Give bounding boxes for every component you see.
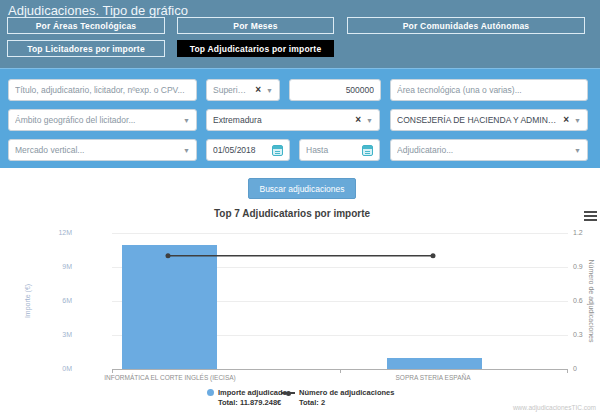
x-axis-tick [340, 369, 341, 373]
line-series[interactable] [112, 233, 568, 369]
chart-title: Top 7 Adjudicatarios por importe [112, 208, 472, 219]
legend-circle-swatch [207, 389, 214, 396]
amount-operator-select[interactable]: Superior a... × ▼ [206, 79, 280, 101]
legend-total: Total: 11.879.248€ [207, 398, 287, 407]
x-axis-tick [112, 369, 113, 373]
legend-line-swatch [281, 389, 295, 396]
amount-input-wrap [289, 79, 381, 101]
page-title: Adjudicaciones. Tipo de gráfico [8, 3, 188, 18]
awardee-select[interactable]: Adjudicatario... ▼ [390, 139, 588, 161]
y-axis-tick-right: 0 [573, 365, 597, 372]
region-value: Extremadura [213, 115, 350, 125]
contracting-body-select[interactable]: CONSEJERÍA DE HACIENDA Y ADMINISTR... × … [390, 109, 588, 131]
y-axis-tick-right: 1.2 [573, 229, 597, 236]
y-axis-tick-left: 12M [40, 229, 72, 236]
contracting-body-value: CONSEJERÍA DE HACIENDA Y ADMINISTR... [397, 115, 558, 125]
keyword-input[interactable] [15, 85, 190, 95]
awardee-placeholder: Adjudicatario... [397, 145, 569, 155]
tech-area-input[interactable] [397, 85, 581, 95]
date-from-value: 01/05/2018 [213, 145, 267, 155]
legend-label: Importe adjudicado [218, 388, 287, 397]
region-select[interactable]: Extremadura × ▼ [206, 109, 380, 131]
tab-por-comunidades-autonomas[interactable]: Por Comunidades Autónomas [347, 17, 585, 34]
tech-area-input-wrap [390, 79, 588, 101]
amount-operator-value: Superior a... [213, 85, 250, 95]
date-from-field[interactable]: 01/05/2018 [206, 139, 290, 161]
geo-scope-placeholder: Ámbito geográfico del licitador... [15, 115, 178, 125]
legend-label: Número de adjudicaciones [299, 388, 394, 397]
amount-input[interactable] [296, 85, 374, 95]
y-axis-tick-left: 9M [40, 263, 72, 270]
clear-icon[interactable]: × [563, 115, 569, 125]
legend-total: Total: 2 [281, 398, 394, 407]
tab-top-adjudicatarios[interactable]: Top Adjudicatarios por importe [177, 40, 334, 57]
x-axis-category-label: SOPRA STERIA ESPAÑA [323, 374, 543, 381]
header: Adjudicaciones. Tipo de gráfico Por Área… [0, 0, 600, 68]
chevron-down-icon: ▼ [183, 117, 190, 124]
x-axis-category-label: INFORMÁTICA EL CORTE INGLÉS (IECISA) [60, 374, 280, 381]
chevron-down-icon: ▼ [574, 147, 581, 154]
vertical-market-placeholder: Mercado vertical... [15, 145, 178, 155]
date-to-field[interactable]: Hasta [299, 139, 380, 161]
legend-item-numero[interactable]: Número de adjudicaciones Total: 2 [281, 388, 394, 407]
chevron-down-icon: ▼ [266, 87, 273, 94]
legend-item-importe[interactable]: Importe adjudicado Total: 11.879.248€ [207, 388, 287, 407]
chart-plot-area [112, 233, 568, 370]
chevron-down-icon: ▼ [574, 117, 581, 124]
y-axis-title-left: Importe (€) [24, 284, 31, 318]
watermark-link[interactable]: www.adjudicacionesTIC.com [513, 404, 596, 411]
x-axis-tick [567, 369, 568, 373]
tab-top-licitadores[interactable]: Top Licitadores por importe [7, 40, 165, 57]
y-axis-tick-left: 3M [40, 331, 72, 338]
y-axis-tick-left: 0M [40, 365, 72, 372]
search-button[interactable]: Buscar adjudicaciones [248, 178, 356, 199]
vertical-market-select[interactable]: Mercado vertical... ▼ [8, 139, 197, 161]
chart-menu-icon[interactable] [584, 211, 597, 223]
calendar-icon[interactable] [362, 145, 373, 156]
date-to-placeholder: Hasta [306, 145, 357, 155]
y-axis-tick-left: 6M [40, 297, 72, 304]
calendar-icon[interactable] [272, 145, 283, 156]
keyword-input-wrap [8, 79, 197, 101]
clear-icon[interactable]: × [255, 85, 261, 95]
chevron-down-icon: ▼ [366, 117, 373, 124]
y-axis-title-right: Número de adjudicaciones [588, 260, 595, 343]
geo-scope-select[interactable]: Ámbito geográfico del licitador... ▼ [8, 109, 197, 131]
clear-icon[interactable]: × [355, 115, 361, 125]
tab-por-areas-tecnologicas[interactable]: Por Áreas Tecnológicas [7, 17, 165, 34]
filters-panel: Superior a... × ▼ Ámbito geográfico del … [0, 68, 600, 168]
tab-por-meses[interactable]: Por Meses [177, 17, 334, 34]
adjudicaciones-app: Adjudicaciones. Tipo de gráfico Por Área… [0, 0, 600, 419]
chevron-down-icon: ▼ [183, 147, 190, 154]
